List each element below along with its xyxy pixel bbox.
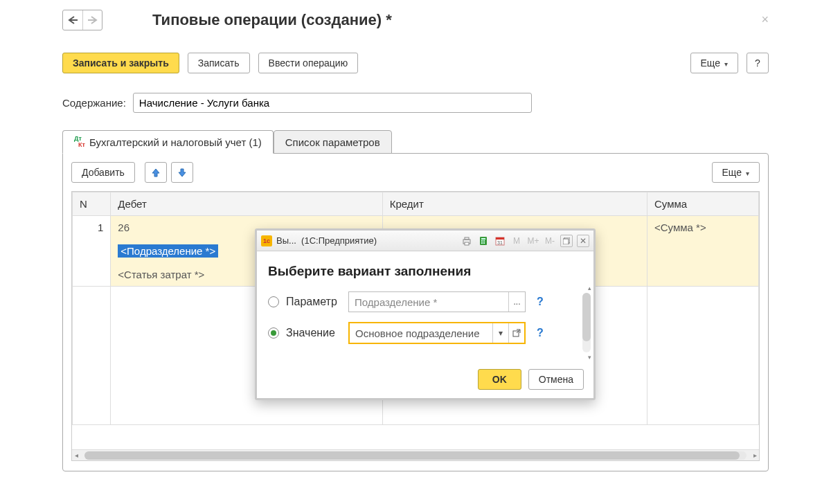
radio-value[interactable] <box>268 327 279 339</box>
calendar-icon[interactable]: 31 <box>494 235 506 247</box>
value-field[interactable]: ▾ <box>348 322 526 344</box>
scroll-down-icon[interactable]: ▾ <box>588 354 591 361</box>
dialog-title: Вы... (1С:Предприятие) <box>276 235 377 246</box>
caret-down-icon: ▾ <box>746 170 749 177</box>
debit-subdivision[interactable]: <Подразделение *> <box>118 244 218 258</box>
dialog-close-icon[interactable]: ✕ <box>577 235 589 247</box>
save-button[interactable]: Записать <box>188 53 250 73</box>
app-icon: 1c <box>261 235 272 246</box>
scroll-left-icon[interactable]: ◂ <box>72 451 80 460</box>
svg-rect-12 <box>496 237 504 240</box>
caret-down-icon: ▾ <box>724 60 728 68</box>
col-debit[interactable]: Дебет <box>111 192 382 216</box>
col-n[interactable]: N <box>73 192 111 216</box>
arrow-up-icon <box>151 168 161 177</box>
cell-sum[interactable]: <Сумма *> <box>647 216 759 287</box>
svg-text:31: 31 <box>497 240 503 245</box>
horizontal-scrollbar[interactable]: ◂ ▸ <box>72 449 759 460</box>
arrow-right-icon <box>87 16 98 24</box>
content-label: Содержание: <box>62 97 126 109</box>
open-icon <box>512 329 521 337</box>
memory-mplus-icon[interactable]: M+ <box>527 235 539 247</box>
move-down-button[interactable] <box>171 162 193 183</box>
value-open-button[interactable] <box>508 323 524 343</box>
more-button[interactable]: Еще▾ <box>690 53 739 73</box>
arrow-left-icon <box>67 16 78 24</box>
svg-rect-4 <box>465 242 469 245</box>
tab-parameters[interactable]: Список параметров <box>274 130 392 154</box>
cell-n[interactable]: 1 <box>73 216 111 287</box>
svg-rect-15 <box>563 239 569 244</box>
calculator-icon[interactable] <box>477 235 490 247</box>
value-help-icon[interactable]: ? <box>537 327 544 339</box>
svg-rect-6 <box>481 238 485 240</box>
svg-rect-10 <box>483 242 485 244</box>
memory-mminus-icon[interactable]: M- <box>544 235 556 247</box>
arrow-down-icon <box>177 168 187 177</box>
nav-buttons <box>62 10 102 30</box>
ok-button[interactable]: OK <box>478 369 521 390</box>
svg-rect-3 <box>465 237 469 240</box>
value-dropdown-button[interactable]: ▾ <box>492 323 508 343</box>
content-input[interactable] <box>133 93 532 113</box>
back-button[interactable] <box>63 10 82 30</box>
option-parameter-label: Параметр <box>286 296 341 308</box>
memory-m-icon[interactable]: M <box>510 235 523 247</box>
dialog-scrollbar-thumb[interactable] <box>582 293 591 341</box>
move-up-button[interactable] <box>145 162 167 183</box>
tab-accounting-label: Бухгалтерский и налоговый учет (1) <box>89 136 262 148</box>
col-sum[interactable]: Сумма <box>647 192 759 216</box>
option-value-row: Значение ▾ ? <box>268 322 584 344</box>
panel-more-button[interactable]: Еще▾ <box>712 162 760 183</box>
col-credit[interactable]: Кредит <box>382 192 647 216</box>
option-value-label: Значение <box>286 327 341 339</box>
tab-parameters-label: Список параметров <box>285 136 380 148</box>
scroll-right-icon[interactable]: ▸ <box>751 451 759 460</box>
print-icon[interactable] <box>461 235 473 247</box>
add-button[interactable]: Добавить <box>71 162 135 183</box>
dialog-titlebar[interactable]: 1c Вы... (1С:Предприятие) 31 M M+ M- ✕ <box>257 231 593 251</box>
parameter-field[interactable]: ... <box>348 291 526 312</box>
tab-accounting[interactable]: ДтКт Бухгалтерский и налоговый учет (1) <box>62 130 274 154</box>
value-input[interactable] <box>350 327 492 339</box>
cancel-button[interactable]: Отмена <box>528 369 584 390</box>
save-and-close-button[interactable]: Записать и закрыть <box>62 53 179 73</box>
forward-button[interactable] <box>82 10 102 30</box>
help-button[interactable]: ? <box>747 53 769 73</box>
fill-variant-dialog: 1c Вы... (1С:Предприятие) 31 M M+ M- ✕ <box>255 228 596 400</box>
option-parameter-row: Параметр ... ? <box>268 291 584 312</box>
page-title: Типовые операции (создание) * <box>152 11 392 29</box>
restore-icon[interactable] <box>560 235 573 247</box>
parameter-lookup-button[interactable]: ... <box>508 292 525 312</box>
dtkt-icon: ДтКт <box>74 136 85 148</box>
parameter-input[interactable] <box>349 296 508 308</box>
enter-operation-button[interactable]: Ввести операцию <box>258 53 359 73</box>
dialog-heading: Выберите вариант заполнения <box>268 264 584 279</box>
svg-rect-9 <box>481 242 483 244</box>
close-icon[interactable]: × <box>761 12 769 27</box>
svg-rect-7 <box>481 240 483 242</box>
parameter-help-icon[interactable]: ? <box>537 296 544 308</box>
radio-parameter[interactable] <box>268 296 279 307</box>
svg-rect-8 <box>483 240 485 242</box>
scroll-up-icon[interactable]: ▴ <box>588 285 591 291</box>
